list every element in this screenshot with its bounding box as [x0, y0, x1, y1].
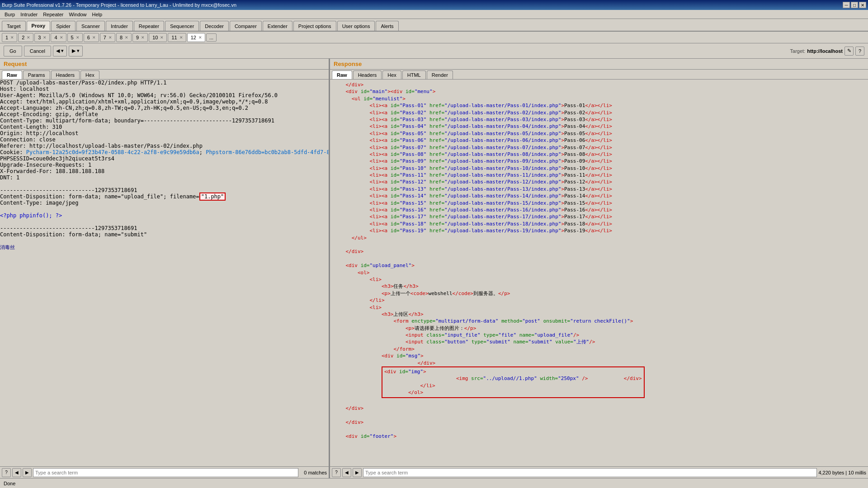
main-content: Request Raw Params Headers Hex POST /upl… — [0, 59, 868, 478]
response-content[interactable]: </div> <div id="main"><div id="menu"> <u… — [330, 80, 868, 466]
status-bar: Done — [0, 478, 868, 488]
page-tabs-bar: 1✕ 2✕ 3✕ 4✕ 5✕ 6✕ 7✕ 8✕ 9✕ 10✕ 11✕ 12✕ .… — [0, 32, 868, 43]
tab-project-options[interactable]: Project options — [293, 21, 336, 31]
page-tab-more[interactable]: ... — [206, 33, 217, 42]
request-tab-params[interactable]: Params — [23, 70, 50, 79]
request-content[interactable]: POST /upload-labs-master/Pass-02/index.p… — [0, 80, 329, 466]
request-body: POST /upload-labs-master/Pass-02/index.p… — [0, 80, 329, 251]
menu-repeater[interactable]: Repeater — [40, 11, 66, 18]
tab-user-options[interactable]: User options — [337, 21, 375, 31]
page-tab-6[interactable]: 6✕ — [84, 33, 99, 42]
page-tab-1[interactable]: 1✕ — [2, 33, 17, 42]
maximize-button[interactable]: □ — [851, 2, 858, 8]
title-bar: Burp Suite Professional v1.7.26 - Tempor… — [0, 0, 868, 10]
response-search-prev[interactable]: ◀ — [342, 468, 351, 477]
minimize-button[interactable]: ─ — [843, 2, 850, 8]
page-tab-10[interactable]: 10✕ — [149, 33, 167, 42]
page-tab-2[interactable]: 2✕ — [18, 33, 33, 42]
response-search-input[interactable] — [363, 468, 817, 477]
page-tab-8[interactable]: 8✕ — [116, 33, 132, 42]
menu-help[interactable]: Help — [90, 11, 105, 18]
tab-target[interactable]: Target — [2, 21, 26, 31]
target-area: Target: http://localhost ✎ ? — [790, 47, 864, 56]
response-tab-render[interactable]: Render — [427, 70, 453, 79]
page-tab-12[interactable]: 12✕ — [187, 33, 205, 42]
prev-button[interactable]: ◀ ▾ — [53, 46, 67, 56]
response-tab-html[interactable]: HTML — [402, 70, 426, 79]
tab-comparer[interactable]: Comparer — [230, 21, 262, 31]
response-sub-tabs: Raw Headers Hex HTML Render — [330, 70, 868, 80]
tab-scanner[interactable]: Scanner — [76, 21, 105, 31]
request-search-input[interactable] — [33, 468, 298, 477]
request-search-bar: ? ◀ ▶ 0 matches — [0, 466, 329, 478]
request-search-prev[interactable]: ◀ — [12, 468, 21, 477]
main-tab-bar: Target Proxy Spider Scanner Intruder Rep… — [0, 19, 868, 32]
response-title: Response — [330, 59, 868, 70]
request-sub-tabs: Raw Params Headers Hex — [0, 70, 329, 80]
request-search-next[interactable]: ▶ — [23, 468, 32, 477]
page-tab-9[interactable]: 9✕ — [132, 33, 148, 42]
tab-sequencer[interactable]: Sequencer — [165, 21, 199, 31]
response-tab-raw[interactable]: Raw — [332, 70, 352, 79]
response-search-bar: ? ◀ ▶ 4,220 bytes | 10 millis — [330, 466, 868, 478]
request-tab-headers[interactable]: Headers — [51, 70, 80, 79]
filename-highlight: "1.php" — [199, 192, 226, 201]
window-title: Burp Suite Professional v1.7.26 - Tempor… — [2, 2, 236, 8]
response-search-help[interactable]: ? — [332, 468, 341, 477]
response-pane: Response Raw Headers Hex HTML Render </d… — [330, 59, 868, 478]
close-button[interactable]: ✕ — [859, 2, 866, 8]
response-tab-headers[interactable]: Headers — [353, 70, 382, 79]
target-help-button[interactable]: ? — [855, 47, 864, 56]
response-search-next[interactable]: ▶ — [353, 468, 362, 477]
next-button[interactable]: ▶ ▾ — [69, 46, 83, 56]
status-text: Done — [4, 481, 15, 486]
page-tab-3[interactable]: 3✕ — [34, 33, 50, 42]
request-tab-hex[interactable]: Hex — [80, 70, 99, 79]
menu-window[interactable]: Window — [66, 11, 89, 18]
response-body: </div> <div id="main"><div id="menu"> <u… — [330, 80, 868, 441]
request-pane: Request Raw Params Headers Hex POST /upl… — [0, 59, 330, 478]
go-button[interactable]: Go — [4, 46, 22, 56]
request-tab-raw[interactable]: Raw — [2, 70, 22, 79]
response-tab-hex[interactable]: Hex — [382, 70, 401, 79]
page-tab-5[interactable]: 5✕ — [67, 33, 83, 42]
menu-bar: Burp Intruder Repeater Window Help — [0, 10, 868, 19]
window-controls[interactable]: ─ □ ✕ — [843, 2, 866, 8]
tab-proxy[interactable]: Proxy — [27, 21, 51, 31]
tab-decoder[interactable]: Decoder — [200, 21, 229, 31]
target-url: http://localhost — [807, 48, 843, 54]
page-tab-7[interactable]: 7✕ — [100, 33, 115, 42]
red-highlight-box: <div id="img"> <img src="../upload//1.ph… — [382, 366, 645, 398]
tab-extender[interactable]: Extender — [263, 21, 292, 31]
request-search-help[interactable]: ? — [2, 468, 11, 477]
toolbar: Go Cancel ◀ ▾ ▶ ▾ Target: http://localho… — [0, 43, 868, 59]
tab-intruder[interactable]: Intruder — [106, 21, 133, 31]
request-title: Request — [0, 59, 329, 70]
request-match-count: 0 matches — [300, 470, 327, 475]
tab-spider[interactable]: Spider — [51, 21, 75, 31]
target-edit-button[interactable]: ✎ — [844, 47, 854, 56]
cancel-button[interactable]: Cancel — [24, 46, 51, 56]
tab-alerts[interactable]: Alerts — [376, 21, 398, 31]
page-tab-4[interactable]: 4✕ — [51, 33, 66, 42]
page-tab-11[interactable]: 11✕ — [168, 33, 186, 42]
menu-intruder[interactable]: Intruder — [18, 11, 40, 18]
menu-burp[interactable]: Burp — [2, 11, 18, 18]
tab-repeater[interactable]: Repeater — [134, 21, 164, 31]
response-match-count: 4,220 bytes | 10 millis — [818, 470, 866, 475]
target-label: Target: — [790, 48, 806, 54]
